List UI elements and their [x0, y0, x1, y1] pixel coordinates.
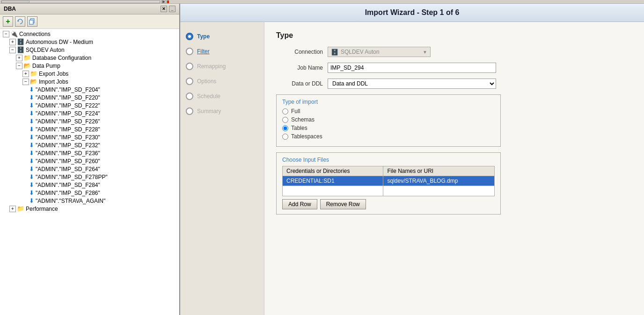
tree-item-imp-f286[interactable]: ⬇ "ADMIN"."IMP_SD_F286" — [1, 189, 178, 197]
step-filter[interactable]: Filter — [180, 44, 264, 59]
performance-toggle[interactable]: + — [9, 206, 16, 212]
radio-tables-label: Tables — [291, 125, 307, 131]
autonomous-dw-toggle[interactable]: + — [9, 39, 16, 45]
radio-full[interactable] — [282, 108, 288, 115]
tree-item-export-jobs[interactable]: + 📁 Export Jobs — [1, 70, 178, 78]
imp-f284-label: "ADMIN"."IMP_SD_F284" — [36, 182, 100, 188]
tree-item-autonomous-dw[interactable]: + 🗄️ Autonomous DW - Medium — [1, 38, 178, 46]
connection-row: Connection 🗄️ SQLDEV Auton ▼ — [276, 47, 632, 57]
add-row-button[interactable]: Add Row — [282, 199, 317, 209]
radio-tablespaces-row: Tablespaces — [282, 133, 495, 140]
data-pump-label: Data Pump — [32, 63, 60, 69]
radio-schemas[interactable] — [282, 117, 288, 123]
export-jobs-toggle[interactable]: + — [22, 71, 29, 77]
radio-tables[interactable] — [282, 125, 288, 131]
tree-item-imp-f284[interactable]: ⬇ "ADMIN"."IMP_SD_F284" — [1, 181, 178, 189]
tree-item-imp-strava[interactable]: ⬇ "ADMIN"."STRAVA_AGAIN" — [1, 197, 178, 205]
empty-credentials — [283, 186, 383, 196]
connection-field: 🗄️ SQLDEV Auton ▼ — [328, 47, 431, 57]
credentials-cell: CREDENTIAL:SD1 — [283, 176, 383, 186]
sqldev-auton-toggle[interactable]: − — [9, 47, 16, 53]
table-empty-row — [283, 186, 495, 196]
tree-item-imp-f230[interactable]: ⬇ "ADMIN"."IMP_SD_F230" — [1, 133, 178, 141]
imp-f232-label: "ADMIN"."IMP_SD_F232" — [36, 142, 100, 149]
tree-item-imp-f264[interactable]: ⬇ "ADMIN"."IMP_SD_F264" — [1, 165, 178, 173]
choose-input-files-group: Choose Input Files Credentials or Direct… — [276, 152, 501, 215]
imp-f278pp-label: "ADMIN"."IMP_SD_F278PP" — [36, 174, 108, 180]
radio-tablespaces[interactable] — [282, 134, 288, 140]
import-item-icon: ⬇ — [29, 86, 34, 93]
autonomous-dw-label: Autonomous DW - Medium — [26, 39, 93, 45]
minimize-panel-button[interactable]: _ — [169, 6, 176, 12]
step-schedule-label: Schedule — [197, 93, 220, 100]
tree-item-performance[interactable]: + 📁 Performance — [1, 205, 178, 213]
radio-full-label: Full — [291, 108, 300, 115]
radio-tablespaces-label: Tablespaces — [291, 133, 322, 140]
close-panel-button[interactable]: ✕ — [161, 6, 167, 12]
step-filter-label: Filter — [197, 48, 210, 55]
import-jobs-toggle[interactable]: − — [22, 79, 29, 85]
step-summary-circle — [186, 107, 193, 115]
data-ddl-label: Data or DDL — [276, 80, 323, 87]
form-area: Type Connection 🗄️ SQLDEV Auton ▼ Job Na… — [264, 22, 644, 315]
step-summary-label: Summary — [197, 108, 221, 115]
import-item-icon-6: ⬇ — [29, 126, 34, 133]
file-table-buttons: Add Row Remove Row — [282, 199, 495, 209]
tree-item-import-jobs[interactable]: − 📂 Import Jobs — [1, 78, 178, 86]
step-options-label: Options — [197, 78, 216, 85]
import-item-icon-8: ⬇ — [29, 142, 34, 149]
tree-item-sqldev-auton[interactable]: − 🗄️ SQLDEV Auton — [1, 46, 178, 54]
add-button[interactable]: + — [3, 16, 13, 27]
step-type-circle — [186, 33, 193, 40]
tree-item-imp-f226[interactable]: ⬇ "ADMIN"."IMP_SD_F226" — [1, 117, 178, 125]
db-config-toggle[interactable]: + — [16, 55, 22, 61]
tree-item-imp-f228[interactable]: ⬇ "ADMIN"."IMP_SD_F228" — [1, 125, 178, 133]
right-panel: Import Wizard - Step 1 of 6 Type Filter … — [180, 4, 644, 315]
tree-item-data-pump[interactable]: − 📂 Data Pump — [1, 62, 178, 70]
import-item-icon-7: ⬇ — [29, 134, 34, 141]
imp-f228-label: "ADMIN"."IMP_SD_F228" — [36, 126, 100, 133]
imp-f236-label: "ADMIN"."IMP_SD_F236" — [36, 150, 100, 157]
step-type-label: Type — [197, 33, 210, 40]
import-item-icon-12: ⬇ — [29, 173, 34, 180]
table-row[interactable]: CREDENTIAL:SD1 sqldev/STRAVA_BLOG.dmp — [283, 176, 495, 186]
sqldev-auton-label: SQLDEV Auton — [26, 47, 65, 53]
tree-item-imp-f222[interactable]: ⬇ "ADMIN"."IMP_SD_F222" — [1, 101, 178, 109]
folder-icon: 📁 — [23, 54, 31, 61]
panel-title-text: DBA — [4, 6, 16, 12]
db-icon: 🗄️ — [17, 38, 24, 45]
tree-area: − 🔌 Connections + 🗄️ Autonomous DW - Med… — [0, 29, 179, 315]
connections-toggle[interactable]: − — [3, 31, 9, 37]
remove-row-button[interactable]: Remove Row — [320, 199, 366, 209]
connection-dropdown-arrow: ▼ — [423, 50, 427, 55]
steps-sidebar: Type Filter Remapping Options Schedule — [180, 22, 264, 315]
data-ddl-select[interactable]: Data and DDL Data only DDL only — [328, 79, 496, 89]
copy-button[interactable] — [27, 16, 37, 27]
col-credentials: Credentials or Directories — [283, 166, 383, 176]
refresh-button[interactable] — [15, 16, 25, 27]
panel-title-bar: DBA ✕ _ — [0, 4, 179, 14]
tree-connections-root[interactable]: − 🔌 Connections — [1, 30, 178, 38]
job-name-input[interactable] — [328, 63, 496, 73]
connection-value: SQLDEV Auton — [341, 49, 380, 55]
step-type[interactable]: Type — [180, 29, 264, 44]
data-pump-toggle[interactable]: − — [16, 63, 22, 69]
tree-item-imp-f236[interactable]: ⬇ "ADMIN"."IMP_SD_F236" — [1, 149, 178, 157]
step-summary: Summary — [180, 104, 264, 119]
tree-item-db-config[interactable]: + 📁 Database Configuration — [1, 54, 178, 62]
tree-item-imp-f260[interactable]: ⬇ "ADMIN"."IMP_SD_F260" — [1, 157, 178, 165]
import-item-icon-2: ⬇ — [29, 94, 34, 101]
file-table: Credentials or Directories File Names or… — [282, 166, 495, 196]
tree-item-imp-f220[interactable]: ⬇ "ADMIN"."IMP_SD_F220" — [1, 93, 178, 101]
type-of-import-title: Type of import — [282, 99, 495, 105]
svg-rect-2 — [29, 20, 33, 24]
connection-db-icon: 🗄️ — [331, 49, 338, 56]
imp-strava-label: "ADMIN"."STRAVA_AGAIN" — [36, 198, 105, 204]
step-remapping-circle — [186, 63, 193, 70]
tree-item-imp-f224[interactable]: ⬇ "ADMIN"."IMP_SD_F224" — [1, 109, 178, 117]
tree-item-imp-f278pp[interactable]: ⬇ "ADMIN"."IMP_SD_F278PP" — [1, 173, 178, 181]
tree-item-imp-f232[interactable]: ⬇ "ADMIN"."IMP_SD_F232" — [1, 141, 178, 149]
tree-item-imp-f204[interactable]: ⬇ "ADMIN"."IMP_SD_F204" — [1, 86, 178, 93]
import-item-icon-5: ⬇ — [29, 118, 34, 125]
step-options-circle — [186, 78, 193, 85]
